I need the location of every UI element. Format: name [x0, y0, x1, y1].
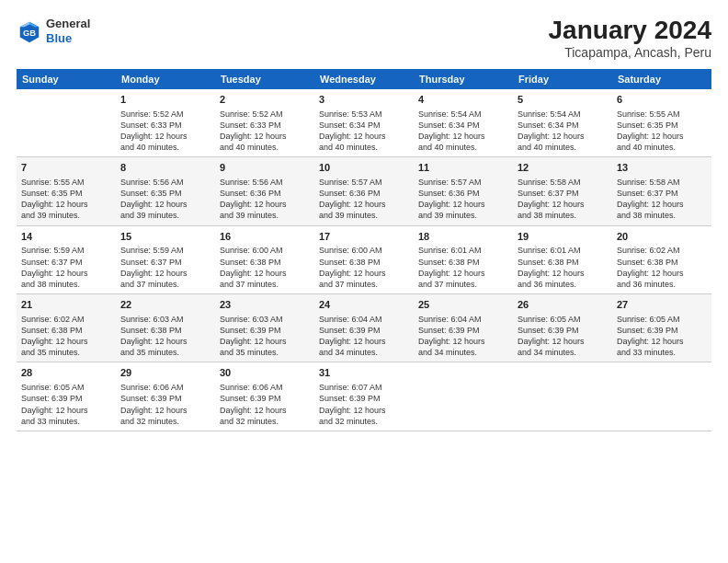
calendar-cell: 12Sunrise: 5:58 AM Sunset: 6:37 PM Dayli… — [513, 157, 612, 225]
day-info: Sunrise: 6:01 AM Sunset: 6:38 PM Dayligh… — [518, 245, 608, 290]
calendar-cell: 27Sunrise: 6:05 AM Sunset: 6:39 PM Dayli… — [612, 294, 711, 362]
calendar-cell: 9Sunrise: 5:56 AM Sunset: 6:36 PM Daylig… — [215, 157, 314, 225]
svg-text:GB: GB — [23, 28, 36, 37]
day-number: 16 — [220, 230, 310, 244]
day-number: 31 — [319, 366, 409, 380]
calendar-cell: 8Sunrise: 5:56 AM Sunset: 6:35 PM Daylig… — [116, 157, 215, 225]
calendar-cell: 21Sunrise: 6:02 AM Sunset: 6:38 PM Dayli… — [17, 294, 116, 362]
calendar-cell: 22Sunrise: 6:03 AM Sunset: 6:38 PM Dayli… — [116, 294, 215, 362]
week-row-4: 21Sunrise: 6:02 AM Sunset: 6:38 PM Dayli… — [17, 294, 711, 362]
calendar-cell: 2Sunrise: 5:52 AM Sunset: 6:33 PM Daylig… — [215, 89, 314, 157]
day-number: 19 — [518, 230, 608, 244]
calendar-cell — [513, 362, 612, 431]
day-info: Sunrise: 5:57 AM Sunset: 6:36 PM Dayligh… — [319, 177, 409, 222]
day-info: Sunrise: 5:55 AM Sunset: 6:35 PM Dayligh… — [21, 177, 111, 222]
col-tuesday: Tuesday — [215, 69, 314, 89]
logo-icon: GB — [17, 18, 42, 44]
logo: GB General Blue — [17, 17, 90, 45]
page: GB General Blue January 2024 Ticapampa, … — [0, 0, 728, 563]
day-info: Sunrise: 5:55 AM Sunset: 6:35 PM Dayligh… — [617, 109, 707, 154]
subtitle: Ticapampa, Ancash, Peru — [549, 45, 711, 60]
day-info: Sunrise: 6:00 AM Sunset: 6:38 PM Dayligh… — [319, 245, 409, 290]
day-info: Sunrise: 6:02 AM Sunset: 6:38 PM Dayligh… — [617, 245, 707, 290]
calendar-cell: 7Sunrise: 5:55 AM Sunset: 6:35 PM Daylig… — [17, 157, 116, 225]
main-title: January 2024 — [549, 17, 711, 45]
day-number: 27 — [617, 298, 707, 312]
day-number: 22 — [120, 298, 210, 312]
day-number: 30 — [220, 366, 310, 380]
day-number: 11 — [418, 161, 508, 175]
calendar-cell: 16Sunrise: 6:00 AM Sunset: 6:38 PM Dayli… — [215, 225, 314, 293]
day-number: 20 — [617, 230, 707, 244]
day-info: Sunrise: 5:52 AM Sunset: 6:33 PM Dayligh… — [220, 109, 310, 154]
calendar-cell: 25Sunrise: 6:04 AM Sunset: 6:39 PM Dayli… — [414, 294, 513, 362]
calendar-cell: 20Sunrise: 6:02 AM Sunset: 6:38 PM Dayli… — [612, 225, 711, 293]
day-info: Sunrise: 5:56 AM Sunset: 6:36 PM Dayligh… — [220, 177, 310, 222]
calendar-cell: 14Sunrise: 5:59 AM Sunset: 6:37 PM Dayli… — [17, 225, 116, 293]
day-number: 3 — [319, 93, 409, 107]
calendar-table: Sunday Monday Tuesday Wednesday Thursday… — [17, 69, 711, 431]
day-info: Sunrise: 5:57 AM Sunset: 6:36 PM Dayligh… — [418, 177, 508, 222]
calendar-cell: 1Sunrise: 5:52 AM Sunset: 6:33 PM Daylig… — [116, 89, 215, 157]
day-number: 14 — [21, 230, 111, 244]
day-info: Sunrise: 6:07 AM Sunset: 6:39 PM Dayligh… — [319, 382, 409, 427]
day-number: 5 — [518, 93, 608, 107]
day-info: Sunrise: 5:58 AM Sunset: 6:37 PM Dayligh… — [617, 177, 707, 222]
calendar-cell: 23Sunrise: 6:03 AM Sunset: 6:39 PM Dayli… — [215, 294, 314, 362]
logo-blue: Blue — [46, 31, 72, 45]
day-info: Sunrise: 6:05 AM Sunset: 6:39 PM Dayligh… — [518, 314, 608, 359]
day-number: 7 — [21, 161, 111, 175]
col-saturday: Saturday — [612, 69, 711, 89]
day-info: Sunrise: 5:52 AM Sunset: 6:33 PM Dayligh… — [120, 109, 210, 154]
calendar-cell: 26Sunrise: 6:05 AM Sunset: 6:39 PM Dayli… — [513, 294, 612, 362]
calendar-cell: 28Sunrise: 6:05 AM Sunset: 6:39 PM Dayli… — [17, 362, 116, 431]
day-number: 13 — [617, 161, 707, 175]
week-row-1: 1Sunrise: 5:52 AM Sunset: 6:33 PM Daylig… — [17, 89, 711, 157]
week-row-2: 7Sunrise: 5:55 AM Sunset: 6:35 PM Daylig… — [17, 157, 711, 225]
day-number: 4 — [418, 93, 508, 107]
day-info: Sunrise: 6:05 AM Sunset: 6:39 PM Dayligh… — [21, 382, 111, 427]
day-number: 26 — [518, 298, 608, 312]
day-info: Sunrise: 6:00 AM Sunset: 6:38 PM Dayligh… — [220, 245, 310, 290]
calendar-cell: 18Sunrise: 6:01 AM Sunset: 6:38 PM Dayli… — [414, 225, 513, 293]
calendar-cell: 3Sunrise: 5:53 AM Sunset: 6:34 PM Daylig… — [314, 89, 414, 157]
col-sunday: Sunday — [17, 69, 116, 89]
calendar-cell — [612, 362, 711, 431]
calendar-cell: 29Sunrise: 6:06 AM Sunset: 6:39 PM Dayli… — [116, 362, 215, 431]
day-info: Sunrise: 6:05 AM Sunset: 6:39 PM Dayligh… — [617, 314, 707, 359]
day-info: Sunrise: 5:54 AM Sunset: 6:34 PM Dayligh… — [418, 109, 508, 154]
calendar-cell: 30Sunrise: 6:06 AM Sunset: 6:39 PM Dayli… — [215, 362, 314, 431]
logo-text: General Blue — [46, 17, 90, 45]
day-info: Sunrise: 5:59 AM Sunset: 6:37 PM Dayligh… — [21, 245, 111, 290]
title-block: January 2024 Ticapampa, Ancash, Peru — [549, 17, 711, 60]
calendar-cell — [414, 362, 513, 431]
calendar-cell: 31Sunrise: 6:07 AM Sunset: 6:39 PM Dayli… — [314, 362, 414, 431]
week-row-3: 14Sunrise: 5:59 AM Sunset: 6:37 PM Dayli… — [17, 225, 711, 293]
day-info: Sunrise: 5:59 AM Sunset: 6:37 PM Dayligh… — [120, 245, 210, 290]
day-info: Sunrise: 6:06 AM Sunset: 6:39 PM Dayligh… — [220, 382, 310, 427]
col-wednesday: Wednesday — [314, 69, 414, 89]
calendar-cell — [17, 89, 116, 157]
day-info: Sunrise: 6:03 AM Sunset: 6:39 PM Dayligh… — [220, 314, 310, 359]
week-row-5: 28Sunrise: 6:05 AM Sunset: 6:39 PM Dayli… — [17, 362, 711, 431]
calendar-cell: 4Sunrise: 5:54 AM Sunset: 6:34 PM Daylig… — [414, 89, 513, 157]
logo-general: General — [46, 17, 90, 30]
calendar-cell: 19Sunrise: 6:01 AM Sunset: 6:38 PM Dayli… — [513, 225, 612, 293]
day-info: Sunrise: 5:58 AM Sunset: 6:37 PM Dayligh… — [518, 177, 608, 222]
day-info: Sunrise: 5:53 AM Sunset: 6:34 PM Dayligh… — [319, 109, 409, 154]
day-number: 6 — [617, 93, 707, 107]
day-number: 25 — [418, 298, 508, 312]
day-number: 2 — [220, 93, 310, 107]
day-info: Sunrise: 6:01 AM Sunset: 6:38 PM Dayligh… — [418, 245, 508, 290]
day-number: 9 — [220, 161, 310, 175]
calendar-body: 1Sunrise: 5:52 AM Sunset: 6:33 PM Daylig… — [17, 89, 711, 431]
day-number: 8 — [120, 161, 210, 175]
col-friday: Friday — [513, 69, 612, 89]
day-number: 24 — [319, 298, 409, 312]
day-info: Sunrise: 6:02 AM Sunset: 6:38 PM Dayligh… — [21, 314, 111, 359]
day-number: 10 — [319, 161, 409, 175]
day-info: Sunrise: 5:56 AM Sunset: 6:35 PM Dayligh… — [120, 177, 210, 222]
calendar-cell: 24Sunrise: 6:04 AM Sunset: 6:39 PM Dayli… — [314, 294, 414, 362]
day-info: Sunrise: 6:03 AM Sunset: 6:38 PM Dayligh… — [120, 314, 210, 359]
day-number: 23 — [220, 298, 310, 312]
